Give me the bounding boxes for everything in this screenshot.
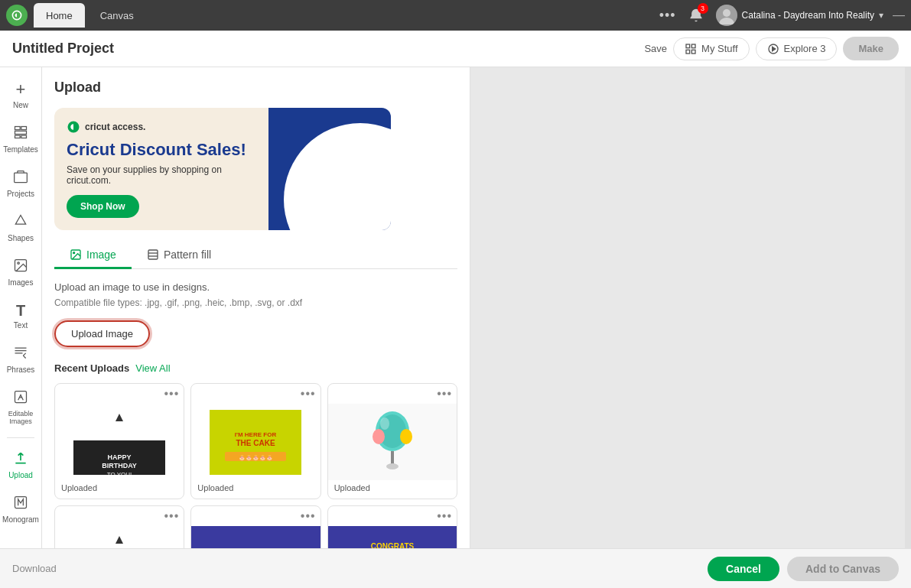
my-stuff-button[interactable]: My Stuff [673, 37, 749, 60]
svg-text:BIRTHDAY: BIRTHDAY [102, 462, 137, 469]
card-options-icon[interactable]: ••• [437, 387, 452, 401]
sidebar-item-phrases[interactable]: Phrases [2, 339, 39, 380]
panel-title: Upload [54, 80, 457, 96]
sidebar-item-label: Images [8, 278, 34, 287]
download-button[interactable]: Download [12, 563, 57, 574]
svg-rect-11 [15, 135, 21, 138]
minimize-button[interactable]: — [893, 8, 905, 22]
images-icon [13, 258, 28, 277]
card-image: HAPPY BIRTHDAY TO YOU! [55, 404, 184, 480]
card-label: Uploaded [55, 480, 184, 499]
image-card[interactable]: ••• HAPPY BIRTHDAY TO YOU! Uploaded [54, 383, 184, 499]
svg-point-38 [380, 417, 389, 430]
card-header: ••• [55, 384, 184, 404]
templates-icon [13, 125, 28, 144]
card-image: I'M HERE FOR THE CAKE 🎂🎂🎂🎂🎂 [191, 404, 320, 480]
sidebar-item-label: Templates [3, 145, 38, 154]
image-tab-label: Image [86, 249, 116, 261]
sidebar-item-label: Projects [7, 190, 34, 198]
sidebar: + New Templates Projects Shapes Images [0, 67, 42, 588]
user-menu[interactable]: Catalina - Daydream Into Reality ▾ [716, 5, 883, 26]
make-button[interactable]: Make [843, 37, 899, 60]
add-to-canvas-button[interactable]: Add to Canvas [787, 557, 899, 581]
svg-rect-3 [691, 44, 695, 48]
sidebar-item-editable-images[interactable]: Editable Images [2, 383, 39, 431]
cancel-button[interactable]: Cancel [708, 557, 779, 581]
top-bar-right: ••• 3 Catalina - Daydream Into Reality ▾… [659, 5, 905, 26]
card-options-icon[interactable]: ••• [301, 387, 316, 401]
svg-text:HAPPY: HAPPY [108, 453, 132, 461]
pattern-tab-label: Pattern fill [164, 249, 211, 261]
card-options-icon[interactable]: ••• [164, 509, 180, 523]
svg-point-20 [73, 252, 75, 254]
my-stuff-label: My Stuff [701, 43, 737, 54]
card-options-icon[interactable]: ••• [164, 387, 180, 401]
card-label: Uploaded [191, 480, 320, 499]
sidebar-item-new[interactable]: + New [2, 73, 39, 115]
sidebar-item-upload[interactable]: Upload [2, 444, 39, 486]
card-label: Uploaded [328, 480, 457, 499]
card-image [328, 404, 457, 480]
sidebar-item-text[interactable]: T Text [2, 296, 39, 336]
canvas-area [470, 67, 911, 588]
shop-now-button[interactable]: Shop Now [67, 195, 139, 218]
card-header: ••• [55, 506, 184, 526]
sidebar-item-label: Editable Images [5, 410, 36, 425]
svg-rect-13 [15, 173, 28, 183]
card-header: ••• [328, 384, 457, 404]
bottom-bar: Download Cancel Add to Canvas [0, 548, 911, 588]
upload-panel: Upload cricut access. Cricut Discount Sa… [42, 67, 470, 588]
title-bar-actions: Save My Stuff Explore 3 Make [644, 37, 899, 60]
scrollbar[interactable] [905, 67, 911, 588]
card-options-icon[interactable]: ••• [301, 509, 316, 523]
monogram-icon [13, 495, 28, 514]
cricut-access-logo-text: cricut access. [85, 122, 145, 132]
svg-point-1 [723, 9, 730, 17]
text-icon: T [16, 302, 25, 320]
title-bar: Untitled Project Save My Stuff Explore 3… [0, 31, 911, 67]
svg-rect-12 [21, 135, 27, 138]
svg-rect-9 [21, 127, 27, 130]
view-all-link[interactable]: View All [135, 362, 170, 374]
tab-canvas[interactable]: Canvas [88, 3, 146, 28]
ad-banner: cricut access. Cricut Discount Sales! Sa… [54, 108, 391, 230]
projects-icon [13, 169, 28, 188]
image-tab-icon [70, 249, 82, 261]
recent-uploads-header: Recent Uploads View All [54, 362, 457, 374]
sidebar-item-images[interactable]: Images [2, 252, 39, 293]
svg-text:TO YOU!: TO YOU! [107, 471, 132, 475]
card-options-icon[interactable]: ••• [437, 509, 452, 523]
chevron-down-icon: ▾ [879, 10, 883, 21]
sidebar-item-shapes[interactable]: Shapes [2, 207, 39, 249]
tab-pattern-fill[interactable]: Pattern fill [132, 242, 226, 269]
new-icon: + [16, 80, 26, 99]
more-options-icon[interactable]: ••• [659, 8, 676, 24]
upload-image-button[interactable]: Upload Image [54, 320, 150, 347]
svg-rect-8 [15, 127, 21, 130]
cricut-logo [6, 5, 28, 26]
svg-rect-16 [15, 391, 27, 403]
panel-tabs: Image Pattern fill [54, 242, 457, 269]
upload-info-text: Upload an image to use in designs. [54, 281, 457, 293]
svg-text:🎂🎂🎂🎂🎂: 🎂🎂🎂🎂🎂 [239, 454, 273, 461]
ad-left: cricut access. Cricut Discount Sales! Sa… [54, 108, 268, 230]
shapes-icon [13, 213, 28, 232]
user-name: Catalina - Daydream Into Reality [742, 10, 874, 21]
sidebar-item-monogram[interactable]: Monogram [2, 489, 39, 530]
svg-marker-7 [772, 47, 775, 50]
explore-button[interactable]: Explore 3 [756, 37, 838, 60]
image-card[interactable]: ••• I'M HERE FOR THE CAKE 🎂🎂🎂🎂🎂 Uploaded [190, 383, 320, 499]
sidebar-item-projects[interactable]: Projects [2, 163, 39, 204]
sidebar-item-label: Monogram [2, 515, 39, 524]
notification-button[interactable]: 3 [685, 5, 707, 26]
sidebar-item-templates[interactable]: Templates [2, 119, 39, 160]
save-button[interactable]: Save [644, 43, 667, 54]
tab-home[interactable]: Home [34, 3, 85, 28]
svg-rect-10 [15, 131, 27, 134]
image-card[interactable]: ••• Uploaded [327, 383, 457, 499]
svg-rect-5 [691, 50, 695, 54]
ad-headline: Cricut Discount Sales! [67, 140, 256, 160]
tab-image[interactable]: Image [54, 242, 132, 269]
pattern-tab-icon [147, 249, 159, 261]
ad-subtext: Save on your supplies by shopping on cri… [67, 164, 256, 186]
